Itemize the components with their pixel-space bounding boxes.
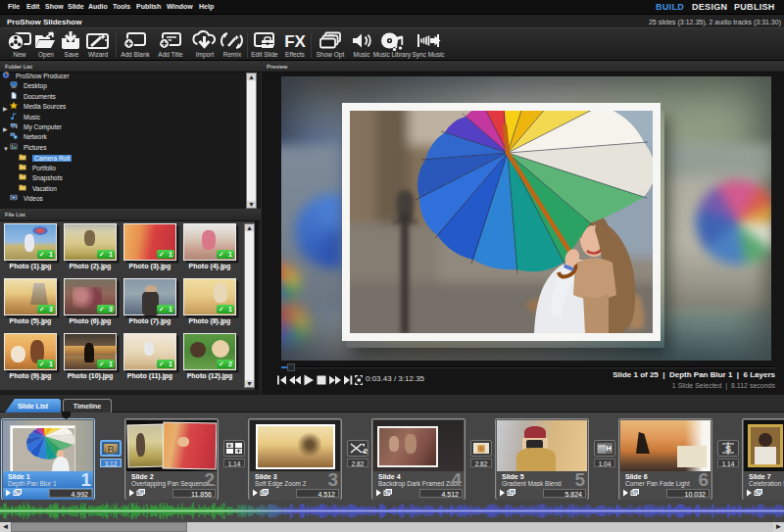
svg-text:2: 2 bbox=[364, 448, 368, 455]
